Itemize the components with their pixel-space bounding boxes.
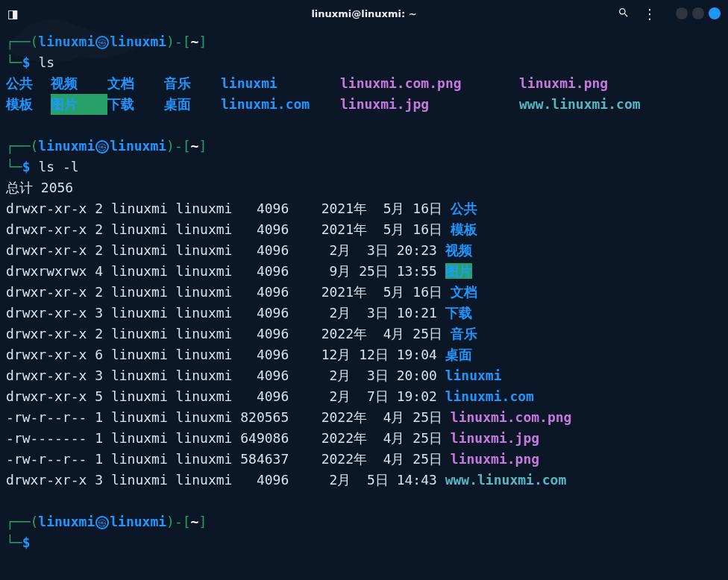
file-entry: 下载 xyxy=(445,305,472,321)
file-entry: 模板 xyxy=(6,94,51,115)
file-entry: linuxmi.png xyxy=(519,73,722,94)
prompt-line: ┌──(linuxmi㉿linuxmi)-[~] xyxy=(6,136,722,157)
window-maximize-button[interactable] xyxy=(692,7,704,19)
file-entry: 文档 xyxy=(107,73,164,94)
file-meta: drwxr-xr-x 2 linuxmi linuxmi 4096 2月 3日 … xyxy=(6,242,445,258)
file-entry: linuxmi.jpg xyxy=(340,94,519,115)
file-entry: 下载 xyxy=(107,94,164,115)
ls-long-row: drwxrwxrwx 4 linuxmi linuxmi 4096 9月 25日… xyxy=(6,261,722,282)
prompt-line: ┌──(linuxmi㉿linuxmi)-[~] xyxy=(6,31,722,52)
command-line[interactable]: └─$ xyxy=(6,532,722,553)
kali-skull-icon: ㉿ xyxy=(95,140,109,154)
command-text: ls xyxy=(38,54,54,70)
file-meta: -rw-r--r-- 1 linuxmi linuxmi 820565 2022… xyxy=(6,409,451,425)
command-text: ls -l xyxy=(38,159,78,174)
file-entry: linuxmi.com xyxy=(221,94,340,115)
file-entry: 模板 xyxy=(451,221,477,237)
ls-long-row: drwxr-xr-x 5 linuxmi linuxmi 4096 2月 7日 … xyxy=(6,386,722,407)
ls-long-row: drwxr-xr-x 3 linuxmi linuxmi 4096 2月 3日 … xyxy=(6,303,722,324)
search-icon[interactable] xyxy=(618,7,630,21)
file-entry: 桌面 xyxy=(164,94,221,115)
ls-long-row: drwxr-xr-x 2 linuxmi linuxmi 4096 2022年 … xyxy=(6,324,722,344)
window-titlebar: ◨ linuxmi@linuxmi: ~ ⋮ xyxy=(0,0,728,27)
total-line: 总计 2056 xyxy=(6,177,722,198)
file-entry: linuxmi.png xyxy=(451,451,539,467)
file-entry: 文档 xyxy=(451,284,477,300)
file-entry: 公共 xyxy=(6,73,51,94)
window-minimize-button[interactable] xyxy=(676,7,688,19)
ls-long-row: drwxr-xr-x 3 linuxmi linuxmi 4096 2月 5日 … xyxy=(6,470,722,491)
ls-long-row: drwxr-xr-x 6 linuxmi linuxmi 4096 12月 12… xyxy=(6,344,722,365)
kali-skull-icon: ㉿ xyxy=(95,36,109,49)
file-entry: linuxmi.jpg xyxy=(451,430,539,446)
file-entry: linuxmi.com xyxy=(445,388,534,404)
ls-long-row: drwxr-xr-x 2 linuxmi linuxmi 4096 2021年 … xyxy=(6,282,722,303)
ls-output-row: 模板图片下载桌面linuxmi.comlinuxmi.jpgwww.linuxm… xyxy=(6,94,722,115)
ls-long-row: -rw-r--r-- 1 linuxmi linuxmi 820565 2022… xyxy=(6,407,722,428)
command-line: └─$ ls -l xyxy=(6,157,722,177)
file-entry: 图片 xyxy=(445,263,472,279)
file-entry: 图片 xyxy=(51,94,107,115)
terminal-output[interactable]: ┌──(linuxmi㉿linuxmi)-[~] └─$ ls 公共视频文档音乐… xyxy=(0,27,728,553)
ls-long-row: drwxr-xr-x 3 linuxmi linuxmi 4096 2月 3日 … xyxy=(6,365,722,386)
file-meta: drwxr-xr-x 2 linuxmi linuxmi 4096 2021年 … xyxy=(6,201,451,216)
file-entry: linuxmi xyxy=(445,368,502,383)
menu-icon[interactable]: ⋮ xyxy=(643,6,656,22)
file-meta: drwxr-xr-x 6 linuxmi linuxmi 4096 12月 12… xyxy=(6,347,445,362)
ls-long-row: drwxr-xr-x 2 linuxmi linuxmi 4096 2021年 … xyxy=(6,198,722,219)
file-entry: 桌面 xyxy=(445,347,472,362)
file-entry: linuxmi.com.png xyxy=(340,73,519,94)
file-meta: drwxr-xr-x 2 linuxmi linuxmi 4096 2022年 … xyxy=(6,326,451,341)
file-meta: -rw-r--r-- 1 linuxmi linuxmi 584637 2022… xyxy=(6,451,451,467)
file-entry: 音乐 xyxy=(451,326,477,341)
file-entry: 公共 xyxy=(451,201,477,216)
file-meta: drwxr-xr-x 2 linuxmi linuxmi 4096 2021年 … xyxy=(6,221,451,237)
file-meta: drwxr-xr-x 5 linuxmi linuxmi 4096 2月 7日 … xyxy=(6,388,445,404)
file-meta: drwxr-xr-x 3 linuxmi linuxmi 4096 2月 3日 … xyxy=(6,305,445,321)
file-entry: www.linuxmi.com xyxy=(445,472,567,488)
ls-long-output: drwxr-xr-x 2 linuxmi linuxmi 4096 2021年 … xyxy=(6,198,722,491)
prompt-line: ┌──(linuxmi㉿linuxmi)-[~] xyxy=(6,511,722,532)
file-entry: 视频 xyxy=(445,242,472,258)
ls-long-row: -rw------- 1 linuxmi linuxmi 649086 2022… xyxy=(6,428,722,449)
file-meta: drwxr-xr-x 3 linuxmi linuxmi 4096 2月 5日 … xyxy=(6,472,445,488)
command-line: └─$ ls xyxy=(6,52,722,73)
ls-output-row: 公共视频文档音乐linuxmilinuxmi.com.pnglinuxmi.pn… xyxy=(6,73,722,94)
file-entry: www.linuxmi.com xyxy=(519,94,722,115)
file-meta: -rw------- 1 linuxmi linuxmi 649086 2022… xyxy=(6,430,451,446)
file-entry: linuxmi.com.png xyxy=(451,409,572,425)
kali-skull-icon: ㉿ xyxy=(95,516,109,529)
file-meta: drwxr-xr-x 3 linuxmi linuxmi 4096 2月 3日 … xyxy=(6,368,445,383)
file-entry: linuxmi xyxy=(221,73,340,94)
file-meta: drwxr-xr-x 2 linuxmi linuxmi 4096 2021年 … xyxy=(6,284,451,300)
ls-long-row: -rw-r--r-- 1 linuxmi linuxmi 584637 2022… xyxy=(6,449,722,470)
file-entry: 音乐 xyxy=(164,73,221,94)
ls-long-row: drwxr-xr-x 2 linuxmi linuxmi 4096 2021年 … xyxy=(6,219,722,240)
file-entry: 视频 xyxy=(51,73,107,94)
file-meta: drwxrwxrwx 4 linuxmi linuxmi 4096 9月 25日… xyxy=(6,263,445,279)
window-close-button[interactable] xyxy=(709,7,721,19)
new-tab-icon[interactable]: ◨ xyxy=(7,7,19,21)
ls-long-row: drwxr-xr-x 2 linuxmi linuxmi 4096 2月 3日 … xyxy=(6,240,722,261)
